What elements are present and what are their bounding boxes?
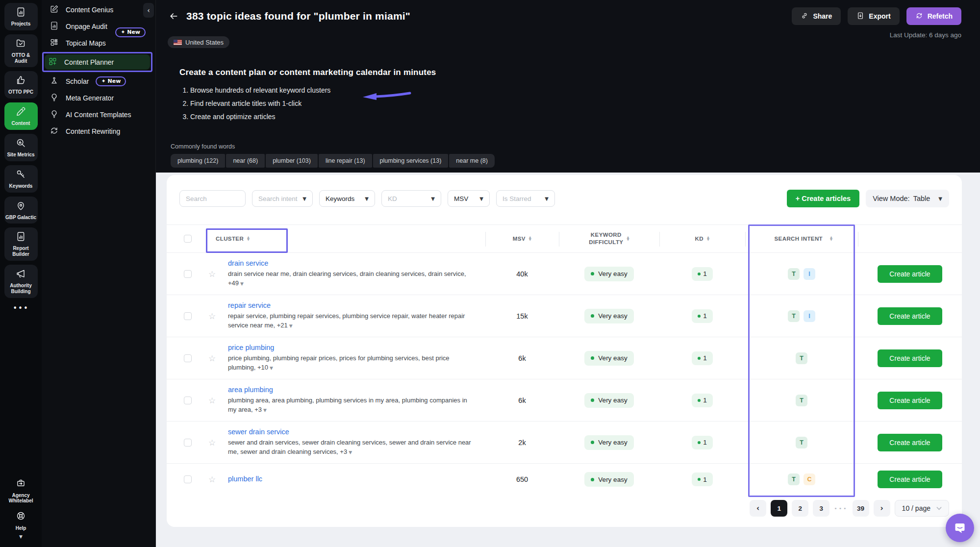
star-icon[interactable]: ☆ xyxy=(208,474,216,484)
page-button[interactable]: 1 xyxy=(771,500,787,517)
cluster-cell: sewer drain service sewer and drain serv… xyxy=(228,427,485,457)
sort-icon[interactable]: ▲▼ xyxy=(529,236,531,241)
projects-icon xyxy=(16,7,26,19)
create-articles-button[interactable]: + Create articles xyxy=(787,190,859,207)
create-article-button[interactable]: Create article xyxy=(878,349,942,367)
intro-heading: Create a content plan or content marketi… xyxy=(179,68,436,77)
star-icon[interactable]: ☆ xyxy=(208,353,216,363)
cluster-link[interactable]: drain service xyxy=(228,259,268,267)
intro-step: Find relevant article titles with 1-clic… xyxy=(190,97,436,110)
rail-item-content[interactable]: Content xyxy=(4,102,38,130)
sort-icon[interactable]: ▲▼ xyxy=(707,236,709,241)
column-header-keyword-difficulty[interactable]: KEYWORD DIFFICULTY ▲▼ xyxy=(559,225,659,252)
word-chip[interactable]: plumber (103) xyxy=(266,154,318,168)
refetch-button[interactable]: Refetch xyxy=(906,7,961,25)
keywords-filter[interactable]: Keywords ▼ xyxy=(319,190,375,207)
column-header-msv[interactable]: MSV ▲▼ xyxy=(485,225,559,252)
star-icon[interactable]: ☆ xyxy=(208,311,216,321)
content-planner-highlight: Content Planner xyxy=(42,52,152,72)
back-arrow-icon[interactable] xyxy=(168,10,179,22)
row-checkbox[interactable] xyxy=(184,439,192,447)
expand-caret-icon[interactable]: ▼ xyxy=(349,450,352,455)
share-button[interactable]: Share xyxy=(792,7,841,25)
sidebar-item-content-planner[interactable]: Content Planner xyxy=(45,54,150,70)
column-header-kd[interactable]: KD ▲▼ xyxy=(659,225,745,252)
star-icon[interactable]: ☆ xyxy=(208,396,216,405)
expand-caret-icon[interactable]: ▼ xyxy=(263,408,267,413)
column-header-cluster[interactable]: CLUSTER ▲▼ xyxy=(208,225,485,252)
sidebar-item-topical-maps[interactable]: Topical Maps ✦ New xyxy=(46,36,151,50)
country-badge[interactable]: United States xyxy=(168,36,229,48)
rail-item-authority-building[interactable]: Authority Building xyxy=(4,265,38,298)
sidebar-item-content-rewriting[interactable]: Content Rewriting xyxy=(46,124,151,139)
cluster-link[interactable]: plumber llc xyxy=(228,475,262,483)
row-checkbox[interactable] xyxy=(184,270,192,278)
prev-page-icon[interactable]: ‹ xyxy=(750,500,766,517)
create-article-button[interactable]: Create article xyxy=(878,307,942,325)
word-chip[interactable]: plumbing (122) xyxy=(171,154,225,168)
chevron-down-icon[interactable]: ▼ xyxy=(19,534,23,539)
page-button[interactable]: 39 xyxy=(853,500,869,517)
page-button[interactable]: 2 xyxy=(792,500,808,517)
word-chip[interactable]: near me (8) xyxy=(449,154,495,168)
star-icon[interactable]: ☆ xyxy=(208,269,216,279)
cluster-link[interactable]: price plumbing xyxy=(228,344,274,351)
rail-item-gbp-galactic[interactable]: GBP Galactic xyxy=(4,197,38,224)
create-article-button[interactable]: Create article xyxy=(878,392,942,409)
sidebar-item-meta-generator[interactable]: Meta Generator xyxy=(46,91,151,105)
rail-item-label: OTTO PPC xyxy=(8,89,33,95)
chat-launcher-button[interactable] xyxy=(946,514,974,542)
search-input[interactable] xyxy=(179,190,246,207)
rail-item-site-metrics[interactable]: Site Metrics xyxy=(4,134,38,161)
row-checkbox[interactable] xyxy=(184,354,192,362)
cluster-link[interactable]: repair service xyxy=(228,301,271,309)
sidebar-collapse-button[interactable]: ‹ xyxy=(143,3,154,18)
rail-item-report-builder[interactable]: Report Builder xyxy=(4,227,38,261)
rail-item-projects[interactable]: Projects xyxy=(4,3,38,30)
kd-filter[interactable]: KD ▼ xyxy=(381,190,441,207)
word-chip[interactable]: line repair (13) xyxy=(319,154,372,168)
cluster-link[interactable]: sewer drain service xyxy=(228,428,289,436)
create-article-button[interactable]: Create article xyxy=(878,434,942,451)
is-starred-filter[interactable]: Is Starred ▼ xyxy=(496,190,555,207)
cluster-link[interactable]: area plumbing xyxy=(228,386,273,394)
sidebar-item-ai-content-templates[interactable]: AI Content Templates xyxy=(46,107,151,122)
rail-item-otto-ppc[interactable]: OTTO PPC xyxy=(4,71,38,99)
row-checkbox[interactable] xyxy=(184,312,192,320)
sort-icon[interactable]: ▲▼ xyxy=(247,236,250,241)
select-all-checkbox[interactable] xyxy=(184,235,192,243)
rail-item-keywords[interactable]: Keywords xyxy=(4,165,38,193)
per-page-dropdown[interactable]: 10 / page xyxy=(895,500,949,517)
word-chip[interactable]: near (68) xyxy=(226,154,265,168)
star-icon[interactable]: ☆ xyxy=(208,438,216,448)
column-header-search-intent[interactable]: SEARCH INTENT ▲▼ xyxy=(745,225,858,252)
sidebar-item-label: Onpage Audit xyxy=(66,23,107,30)
create-article-button[interactable]: Create article xyxy=(878,471,942,488)
intent-chip-transactional: T xyxy=(796,352,807,364)
rail-more-button[interactable]: ••• xyxy=(13,304,29,313)
row-checkbox[interactable] xyxy=(184,475,192,483)
expand-caret-icon[interactable]: ▼ xyxy=(289,323,293,328)
create-article-button[interactable]: Create article xyxy=(878,265,942,283)
expand-caret-icon[interactable]: ▼ xyxy=(240,281,244,286)
rail-item-agency-whitelabel[interactable]: Agency Whitelabel xyxy=(0,478,42,504)
sidebar-item-scholar[interactable]: Scholar ✦ New xyxy=(46,74,151,89)
cluster-keywords: price plumbing, plumbing repair prices, … xyxy=(228,353,476,373)
rail-item-help[interactable]: Help xyxy=(16,511,26,531)
view-mode-value: Table xyxy=(913,195,930,202)
msv-filter[interactable]: MSV ▼ xyxy=(448,190,490,207)
expand-caret-icon[interactable]: ▼ xyxy=(270,366,273,371)
column-header-label: KD xyxy=(695,236,704,242)
next-page-icon[interactable]: › xyxy=(874,500,890,517)
sidebar-item-content-genius[interactable]: Content Genius xyxy=(46,2,151,17)
sort-icon[interactable]: ▲▼ xyxy=(627,236,629,241)
word-chip[interactable]: plumbing services (13) xyxy=(373,154,449,168)
row-checkbox[interactable] xyxy=(184,397,192,404)
search-intent-filter[interactable]: Search intent ▼ xyxy=(252,190,313,207)
export-button[interactable]: Export xyxy=(848,7,899,25)
page-ellipsis[interactable]: ••• xyxy=(834,505,848,512)
rail-item-otto-audit[interactable]: OTTO & Audit xyxy=(4,34,38,68)
sort-icon[interactable]: ▲▼ xyxy=(830,236,832,241)
page-button[interactable]: 3 xyxy=(813,500,829,517)
view-mode-dropdown[interactable]: View Mode: Table ▼ xyxy=(866,190,949,207)
